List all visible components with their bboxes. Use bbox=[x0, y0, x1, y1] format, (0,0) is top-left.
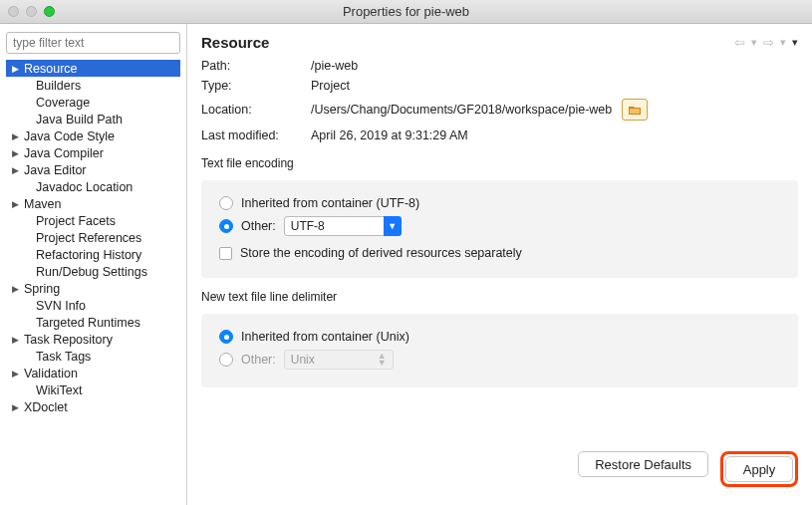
page-nav: ⇦ ▾ ⇨ ▾ ▾ bbox=[734, 35, 798, 50]
sidebar-item-label: Coverage bbox=[36, 96, 90, 110]
path-value: /pie-web bbox=[311, 59, 358, 73]
chevron-down-icon[interactable]: ▼ bbox=[384, 216, 402, 236]
sidebar-item-label: Validation bbox=[24, 367, 78, 380]
sidebar-item-label: Java Build Path bbox=[36, 113, 123, 126]
expand-arrow-icon: ▶ bbox=[12, 369, 22, 379]
sidebar-item-javadoc-location[interactable]: Javadoc Location bbox=[6, 178, 180, 195]
delimiter-inherited-label: Inherited from container (Unix) bbox=[241, 330, 409, 344]
page-heading: Resource bbox=[201, 34, 269, 51]
sidebar-item-targeted-runtimes[interactable]: Targeted Runtimes bbox=[6, 314, 180, 331]
sidebar-item-label: Run/Debug Settings bbox=[36, 265, 147, 279]
category-tree: ▶ResourceBuildersCoverageJava Build Path… bbox=[6, 60, 180, 415]
sidebar-item-label: Java Compiler bbox=[24, 146, 104, 160]
path-label: Path: bbox=[201, 59, 311, 73]
sidebar-item-refactoring-history[interactable]: Refactoring History bbox=[6, 246, 180, 263]
sidebar-item-label: Task Repository bbox=[24, 333, 113, 347]
encoding-group: Inherited from container (UTF-8) Other: … bbox=[201, 180, 798, 278]
sidebar-item-label: SVN Info bbox=[36, 299, 86, 313]
main-panel: Resource ⇦ ▾ ⇨ ▾ ▾ Path: /pie-web Type: … bbox=[187, 24, 812, 505]
updown-icon: ▲▼ bbox=[378, 353, 387, 367]
sidebar-item-resource[interactable]: ▶Resource bbox=[6, 60, 180, 77]
delimiter-other-label: Other: bbox=[241, 353, 276, 367]
sidebar-item-label: Resource bbox=[24, 62, 78, 76]
sidebar-item-label: Maven bbox=[24, 197, 62, 211]
sidebar-item-label: Project Facets bbox=[36, 214, 116, 228]
encoding-group-title: Text file encoding bbox=[201, 154, 812, 170]
sidebar-item-task-tags[interactable]: Task Tags bbox=[6, 348, 180, 365]
sidebar-item-label: Task Tags bbox=[36, 350, 91, 364]
delimiter-group-title: New text file line delimiter bbox=[201, 288, 812, 304]
filter-input[interactable] bbox=[6, 32, 180, 54]
sidebar-item-label: Javadoc Location bbox=[36, 180, 133, 194]
apply-highlight: Apply bbox=[720, 451, 798, 487]
encoding-select[interactable]: UTF-8 bbox=[284, 216, 394, 236]
sidebar-item-project-references[interactable]: Project References bbox=[6, 229, 180, 246]
delimiter-select: Unix ▲▼ bbox=[284, 350, 394, 370]
sidebar-item-label: Java Code Style bbox=[24, 129, 115, 143]
store-derived-label: Store the encoding of derived resources … bbox=[240, 246, 522, 260]
encoding-other-radio[interactable] bbox=[219, 219, 233, 233]
lastmod-value: April 26, 2019 at 9:31:29 AM bbox=[311, 128, 468, 142]
expand-arrow-icon: ▶ bbox=[12, 402, 22, 412]
apply-button[interactable]: Apply bbox=[725, 456, 793, 482]
type-label: Type: bbox=[201, 79, 311, 93]
store-derived-checkbox[interactable] bbox=[219, 247, 232, 260]
show-in-finder-button[interactable] bbox=[622, 99, 648, 121]
lastmod-label: Last modified: bbox=[201, 128, 311, 142]
sidebar-item-label: WikiText bbox=[36, 383, 83, 397]
sidebar-item-label: Builders bbox=[36, 79, 81, 93]
titlebar: Properties for pie-web bbox=[0, 0, 812, 24]
sidebar-item-maven[interactable]: ▶Maven bbox=[6, 195, 180, 212]
sidebar-item-xdoclet[interactable]: ▶XDoclet bbox=[6, 398, 180, 415]
sidebar-item-run-debug-settings[interactable]: Run/Debug Settings bbox=[6, 263, 180, 280]
type-value: Project bbox=[311, 79, 350, 93]
location-value: /Users/Chang/Documents/GF2018/workspace/… bbox=[311, 103, 612, 117]
delimiter-other-radio[interactable] bbox=[219, 353, 233, 367]
sidebar-item-builders[interactable]: Builders bbox=[6, 77, 180, 94]
delimiter-inherited-radio[interactable] bbox=[219, 330, 233, 344]
sidebar-item-task-repository[interactable]: ▶Task Repository bbox=[6, 331, 180, 348]
encoding-inherited-radio[interactable] bbox=[219, 196, 233, 210]
encoding-other-label: Other: bbox=[241, 219, 276, 233]
expand-arrow-icon: ▶ bbox=[12, 148, 22, 158]
expand-arrow-icon: ▶ bbox=[12, 64, 22, 74]
window-title: Properties for pie-web bbox=[0, 4, 812, 19]
expand-arrow-icon: ▶ bbox=[12, 131, 22, 141]
sidebar-item-label: Targeted Runtimes bbox=[36, 316, 140, 330]
sidebar-item-label: XDoclet bbox=[24, 400, 68, 414]
sidebar-item-label: Project References bbox=[36, 231, 141, 245]
forward-icon[interactable]: ⇨ bbox=[763, 35, 774, 50]
expand-arrow-icon: ▶ bbox=[12, 335, 22, 345]
sidebar-item-label: Refactoring History bbox=[36, 248, 141, 262]
sidebar-item-wikitext[interactable]: WikiText bbox=[6, 381, 180, 398]
location-label: Location: bbox=[201, 103, 311, 117]
sidebar-item-label: Java Editor bbox=[24, 163, 87, 177]
delimiter-group: Inherited from container (Unix) Other: U… bbox=[201, 314, 798, 387]
sidebar-item-coverage[interactable]: Coverage bbox=[6, 94, 180, 111]
sidebar-item-java-compiler[interactable]: ▶Java Compiler bbox=[6, 144, 180, 161]
sidebar-item-java-editor[interactable]: ▶Java Editor bbox=[6, 161, 180, 178]
back-icon[interactable]: ⇦ bbox=[734, 35, 745, 50]
sidebar: ▶ResourceBuildersCoverageJava Build Path… bbox=[0, 24, 187, 505]
sidebar-item-validation[interactable]: ▶Validation bbox=[6, 365, 180, 381]
restore-defaults-button[interactable]: Restore Defaults bbox=[578, 451, 708, 477]
sidebar-item-label: Spring bbox=[24, 282, 60, 296]
sidebar-item-java-build-path[interactable]: Java Build Path bbox=[6, 111, 180, 127]
sidebar-item-svn-info[interactable]: SVN Info bbox=[6, 297, 180, 314]
encoding-inherited-label: Inherited from container (UTF-8) bbox=[241, 196, 419, 210]
expand-arrow-icon: ▶ bbox=[12, 199, 22, 209]
expand-arrow-icon: ▶ bbox=[12, 284, 22, 294]
sidebar-item-spring[interactable]: ▶Spring bbox=[6, 280, 180, 297]
sidebar-item-java-code-style[interactable]: ▶Java Code Style bbox=[6, 127, 180, 144]
page-menu-icon[interactable]: ▾ bbox=[792, 36, 798, 49]
expand-arrow-icon: ▶ bbox=[12, 165, 22, 175]
sidebar-item-project-facets[interactable]: Project Facets bbox=[6, 212, 180, 229]
